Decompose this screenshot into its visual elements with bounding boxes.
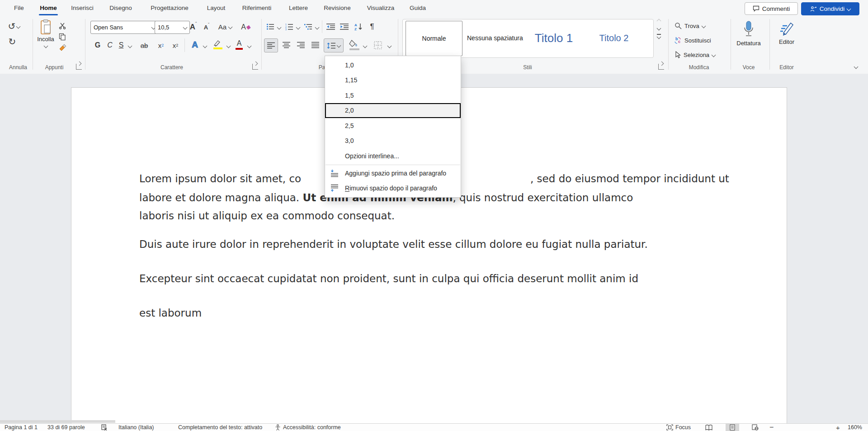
tab-guida[interactable]: Guida <box>410 2 426 14</box>
format-painter-button[interactable] <box>57 43 68 53</box>
carattere-dialog-launcher[interactable] <box>252 64 258 70</box>
align-left-button[interactable] <box>264 38 278 52</box>
italic-button[interactable]: C <box>105 39 115 51</box>
find-button[interactable]: Trova <box>675 22 705 29</box>
chevron-down-icon <box>387 44 392 48</box>
chevron-down-icon <box>712 52 716 57</box>
select-button[interactable]: Seleziona <box>675 51 715 58</box>
sort-button[interactable]: A Z <box>353 21 365 32</box>
show-paragraph-marks-button[interactable]: ¶ <box>367 21 377 32</box>
gallery-scroll-down-icon[interactable] <box>656 26 661 31</box>
dictate-button[interactable]: Dettatura <box>734 20 763 47</box>
replace-button[interactable]: b c Sostituisci <box>674 37 711 44</box>
bold-button[interactable]: G <box>92 39 103 51</box>
text-effects-button[interactable]: A <box>188 38 202 51</box>
style-normale[interactable]: Normale <box>406 21 462 56</box>
bullets-button[interactable] <box>265 21 276 32</box>
tab-file[interactable]: File <box>14 2 24 14</box>
gallery-expand-icon <box>656 34 661 39</box>
gallery-expand-button[interactable] <box>657 34 661 38</box>
group-label-annulla: Annulla <box>9 64 27 71</box>
justify-button[interactable] <box>309 38 322 52</box>
subscript-button[interactable]: x2 <box>155 39 167 51</box>
spacing-option-1-15[interactable]: 1,15 <box>325 73 461 88</box>
horizontal-scrollbar-thumb[interactable] <box>0 420 115 423</box>
tab-visualizza[interactable]: Visualizza <box>367 2 395 14</box>
az-sort-icon: A Z <box>354 23 363 31</box>
spacing-option-2-0[interactable]: 2,0 <box>325 103 461 118</box>
clear-formatting-button[interactable]: A ◆ <box>240 21 252 33</box>
grow-font-button[interactable]: Aˆ <box>187 21 199 33</box>
zoom-out-button[interactable]: − <box>769 424 774 431</box>
tab-revisione[interactable]: Revisione <box>324 2 350 14</box>
gallery-scroll-up-icon[interactable] <box>656 19 661 24</box>
group-separator <box>33 19 33 70</box>
svg-text:A: A <box>354 23 357 27</box>
spacing-option-3-0[interactable]: 3,0 <box>325 133 461 149</box>
copy-button[interactable] <box>57 32 68 41</box>
highlight-button[interactable] <box>210 38 224 51</box>
cut-button[interactable] <box>57 21 68 30</box>
strikethrough-button[interactable]: ab <box>137 39 152 51</box>
comments-button[interactable]: Commenti <box>745 2 798 15</box>
tab-layout[interactable]: Layout <box>207 2 226 14</box>
undo-button[interactable]: ↺ <box>6 20 22 32</box>
decrease-indent-button[interactable] <box>325 21 336 32</box>
redo-button[interactable]: ↻ <box>6 36 18 47</box>
chevron-down-icon <box>183 25 188 30</box>
zoom-in-button[interactable]: + <box>836 424 840 431</box>
focus-icon <box>666 424 673 431</box>
style-titolo-2[interactable]: Titolo 2 <box>585 21 642 55</box>
tab-lettere[interactable]: Lettere <box>289 2 308 14</box>
line-spacing-button[interactable] <box>324 38 344 52</box>
tab-home[interactable]: Home <box>40 2 57 14</box>
web-layout-button[interactable] <box>748 424 762 431</box>
appunti-dialog-launcher[interactable] <box>76 64 82 70</box>
font-color-button[interactable]: A <box>232 38 246 51</box>
share-button[interactable]: Condividi <box>801 2 859 15</box>
word-count[interactable]: 33 di 69 parole <box>47 424 85 431</box>
superscript-button[interactable]: x2 <box>169 39 182 51</box>
font-name-combo[interactable]: Open Sans <box>90 21 158 34</box>
spacing-options-more[interactable]: Opzioni interlinea... <box>325 148 461 164</box>
underline-button[interactable]: S <box>116 39 127 51</box>
read-mode-button[interactable] <box>702 424 716 431</box>
numbering-button[interactable]: 123 <box>284 21 295 32</box>
spacing-option-1-5[interactable]: 1,5 <box>325 88 461 103</box>
tab-riferimenti[interactable]: Riferimenti <box>242 2 272 14</box>
replace-icon: b c <box>674 37 682 44</box>
collapse-ribbon-icon[interactable] <box>854 65 859 69</box>
font-size-combo[interactable]: 10,5 <box>155 21 190 34</box>
page-count[interactable]: Pagina 1 di 1 <box>5 424 38 431</box>
paste-button[interactable]: Incolla <box>36 19 55 47</box>
tab-progettazione[interactable]: Progettazione <box>151 2 188 14</box>
group-label-stili: Stili <box>523 64 532 71</box>
increase-indent-button[interactable] <box>338 21 350 32</box>
print-layout-button[interactable] <box>726 424 739 431</box>
borders-button[interactable] <box>371 38 385 52</box>
editor-button[interactable]: Editor <box>774 20 799 45</box>
zoom-level[interactable]: 160% <box>848 424 862 431</box>
tab-disegno[interactable]: Disegno <box>109 2 132 14</box>
add-space-before-item[interactable]: Aggiungi spazio prima del paragrafo <box>325 166 461 181</box>
group-label-editor: Editor <box>779 64 793 71</box>
chevron-down-icon <box>128 44 132 48</box>
spacing-option-1-0[interactable]: 1,0 <box>325 57 461 73</box>
tab-inserisci[interactable]: Inserisci <box>71 2 94 14</box>
change-case-button[interactable]: Aa <box>215 21 235 33</box>
align-center-button[interactable] <box>280 38 293 52</box>
stili-dialog-launcher[interactable] <box>658 64 664 70</box>
shrink-font-button[interactable]: Aˇ <box>201 22 212 32</box>
multilevel-list-button[interactable] <box>303 21 314 32</box>
style-nessuna-spaziatura[interactable]: Nessuna spaziatura <box>464 21 525 55</box>
remove-space-after-item[interactable]: Rimuovi spazio dopo il paragrafo <box>325 181 461 196</box>
style-titolo-1[interactable]: Titolo 1 <box>525 21 583 55</box>
language-status[interactable]: Italiano (Italia) <box>118 424 154 431</box>
shading-button[interactable] <box>346 38 361 52</box>
text-prediction-status[interactable]: Completamento del testo: attivato <box>178 424 262 431</box>
proofing-status[interactable] <box>101 424 107 431</box>
focus-mode-button[interactable]: Focus <box>666 424 691 431</box>
align-right-button[interactable] <box>294 38 307 52</box>
accessibility-status[interactable]: Accessibilità: conforme <box>275 424 341 431</box>
spacing-option-2-5[interactable]: 2,5 <box>325 118 461 133</box>
